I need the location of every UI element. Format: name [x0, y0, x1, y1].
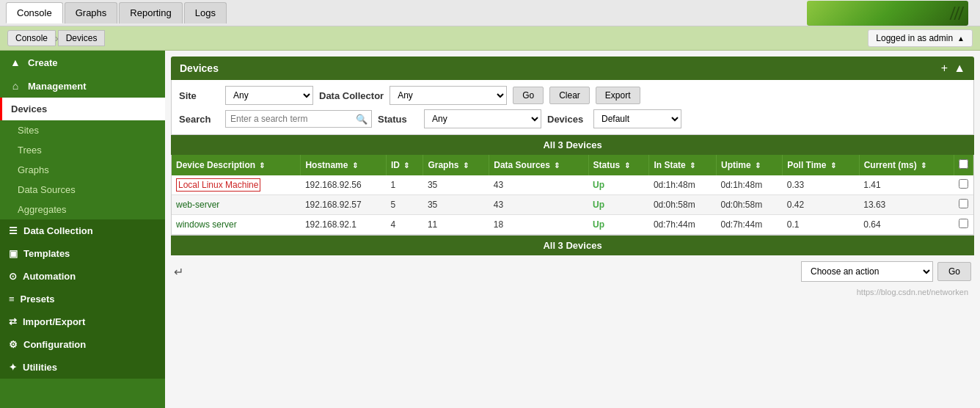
sidebar-create-label: Create — [28, 57, 57, 68]
sidebar-automation-label: Automation — [23, 271, 76, 282]
cell-instate: 0d:1h:48m — [649, 175, 717, 195]
cell-hostname: 192.168.92.1 — [301, 215, 387, 235]
cell-status: Up — [588, 195, 649, 215]
bottom-go-button[interactable]: Go — [937, 262, 971, 281]
sort-uptime-icon: ⇕ — [755, 161, 761, 170]
add-device-button[interactable]: + — [941, 62, 948, 75]
top-nav: Console Graphs Reporting Logs /// — [0, 0, 980, 26]
create-icon: ▲ — [9, 57, 22, 68]
search-input-wrap: 🔍 — [225, 110, 372, 128]
sidebar-configuration-label: Configuration — [23, 339, 86, 350]
sidebar-item-management[interactable]: ⌂ Management — [0, 74, 165, 98]
col-datasources[interactable]: Data Sources ⇕ — [489, 155, 588, 175]
select-all-checkbox[interactable] — [959, 159, 968, 169]
device-link-1[interactable]: web-server — [176, 200, 219, 210]
cell-status: Up — [588, 175, 649, 195]
cell-uptime: 0d:7h:44m — [716, 215, 782, 235]
return-icon[interactable]: ↵ — [174, 265, 183, 279]
sidebar-item-utilities[interactable]: ✦ Utilities — [0, 356, 165, 379]
sidebar-item-devices[interactable]: Devices — [0, 98, 165, 120]
sidebar-item-configuration[interactable]: ⚙ Configuration — [0, 333, 165, 356]
filter-row-2: Search 🔍 Status Any Devices Default — [179, 109, 966, 128]
cell-instate: 0d:0h:58m — [649, 195, 717, 215]
export-button[interactable]: Export — [596, 87, 640, 104]
breadcrumb: Console › Devices — [7, 30, 105, 46]
sort-instate-icon: ⇕ — [690, 161, 695, 170]
devices-filter-label: Devices — [547, 114, 588, 125]
go-filter-button[interactable]: Go — [513, 87, 544, 104]
cell-uptime: 0d:0h:58m — [716, 195, 782, 215]
table-row: web-server192.168.92.5753543Up0d:0h:58m0… — [172, 195, 973, 215]
collapse-button[interactable]: ▲ — [954, 62, 965, 75]
col-hostname-label: Hostname — [305, 160, 348, 170]
filter-section: Site Any Data Collector Any Go Clear Exp… — [171, 80, 974, 135]
sidebar-item-presets[interactable]: ≡ Presets — [0, 288, 165, 310]
col-status[interactable]: Status ⇕ — [588, 155, 649, 175]
cell-id: 1 — [387, 175, 423, 195]
site-select[interactable]: Any — [225, 86, 313, 105]
col-desc[interactable]: Device Description ⇕ — [172, 155, 301, 175]
tab-reporting[interactable]: Reporting — [119, 2, 182, 23]
cell-graphs: 11 — [423, 215, 489, 235]
col-status-label: Status — [593, 160, 621, 170]
tab-console[interactable]: Console — [6, 2, 63, 23]
sidebar-item-data-collection[interactable]: ☰ Data Collection — [0, 219, 165, 242]
breadcrumb-devices[interactable]: Devices — [58, 30, 106, 46]
col-id[interactable]: ID ⇕ — [387, 155, 423, 175]
configuration-icon: ⚙ — [9, 339, 18, 350]
devices-table: Device Description ⇕ Hostname ⇕ ID ⇕ G — [172, 155, 973, 235]
sidebar-item-graphs[interactable]: Graphs — [0, 160, 165, 180]
sort-datasources-icon: ⇕ — [554, 161, 560, 170]
sidebar-item-sites[interactable]: Sites — [0, 120, 165, 140]
data-collector-select[interactable]: Any — [390, 86, 507, 105]
sidebar-trees-label: Trees — [18, 145, 42, 156]
sidebar-item-trees[interactable]: Trees — [0, 140, 165, 160]
sidebar-data-sources-label: Data Sources — [18, 184, 76, 195]
tab-graphs[interactable]: Graphs — [65, 2, 118, 23]
sidebar-item-data-sources[interactable]: Data Sources — [0, 180, 165, 200]
sidebar-item-templates[interactable]: ▣ Templates — [0, 242, 165, 265]
col-select-all[interactable] — [954, 155, 973, 175]
col-instate[interactable]: In State ⇕ — [649, 155, 717, 175]
status-label: Status — [378, 114, 418, 125]
col-current[interactable]: Current (ms) ⇕ — [859, 155, 954, 175]
col-hostname[interactable]: Hostname ⇕ — [301, 155, 387, 175]
col-polltime-label: Poll Time — [787, 160, 826, 170]
sidebar-aggregates-label: Aggregates — [18, 204, 67, 215]
sidebar-item-automation[interactable]: ⊙ Automation — [0, 265, 165, 288]
col-graphs[interactable]: Graphs ⇕ — [423, 155, 489, 175]
devices-filter-select[interactable]: Default — [593, 109, 681, 128]
content-area: Devices + ▲ Site Any Data Collector Any … — [165, 51, 980, 408]
breadcrumb-console[interactable]: Console — [7, 30, 56, 46]
data-collector-label: Data Collector — [319, 90, 384, 101]
search-input[interactable] — [225, 110, 372, 128]
cell-graphs: 35 — [423, 175, 489, 195]
breadcrumb-bar: Console › Devices Logged in as admin ▲ — [0, 26, 980, 51]
cell-instate: 0d:7h:44m — [649, 215, 717, 235]
action-select[interactable]: Choose an action — [801, 261, 933, 282]
logged-in-badge[interactable]: Logged in as admin ▲ — [868, 29, 973, 47]
col-uptime[interactable]: Uptime ⇕ — [716, 155, 782, 175]
row-checkbox-0[interactable] — [959, 179, 968, 189]
bottom-bar: ↵ Choose an action Go — [171, 255, 974, 288]
cell-hostname: 192.168.92.56 — [301, 175, 387, 195]
search-icon: 🔍 — [356, 114, 368, 125]
sidebar-sites-label: Sites — [18, 125, 39, 136]
devices-header: Devices + ▲ — [171, 57, 974, 80]
status-select[interactable]: Any — [424, 109, 541, 128]
cell-current: 1.41 — [859, 175, 954, 195]
col-polltime[interactable]: Poll Time ⇕ — [783, 155, 859, 175]
sidebar-item-create[interactable]: ▲ Create — [0, 51, 165, 74]
device-link-2[interactable]: windows server — [176, 219, 237, 230]
sidebar-item-import-export[interactable]: ⇄ Import/Export — [0, 310, 165, 333]
row-checkbox-2[interactable] — [959, 219, 968, 228]
sidebar-item-aggregates[interactable]: Aggregates — [0, 200, 165, 219]
col-uptime-label: Uptime — [721, 160, 751, 170]
utilities-icon: ✦ — [9, 362, 17, 373]
tab-logs[interactable]: Logs — [184, 2, 227, 23]
clear-filter-button[interactable]: Clear — [549, 87, 590, 104]
logged-in-text: Logged in as admin — [876, 33, 953, 43]
cell-current: 13.63 — [859, 195, 954, 215]
device-link-0[interactable]: Local Linux Machine — [176, 178, 260, 192]
row-checkbox-1[interactable] — [959, 199, 968, 208]
